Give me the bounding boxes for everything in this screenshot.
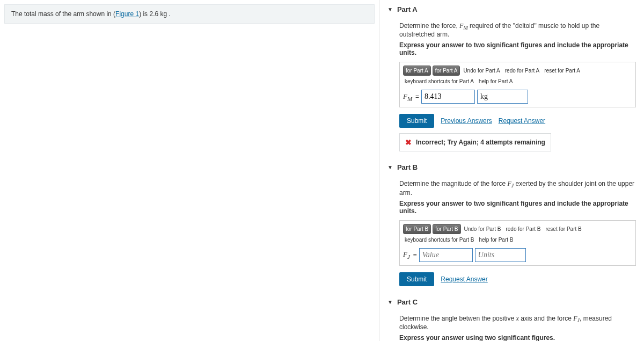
part-a: ▼ Part A Determine the force, FM require… [387,3,636,151]
right-panel: ▼ Part A Determine the force, FM require… [379,0,644,341]
pb-kb[interactable]: keyboard shortcuts for Part B [403,236,476,244]
pa-tool-1[interactable]: for Part A [403,66,431,76]
part-a-body: Determine the force, FM required of the … [387,16,636,151]
caret-down-icon: ▼ [387,164,393,170]
part-a-title: Part A [397,5,418,13]
pb-prompt: Determine the magnitude of the force FJ … [399,180,636,196]
pa-var-sub: M [463,25,467,31]
part-c: ▼ Part C Determine the angle betwen the … [387,296,636,341]
incorrect-x-icon: ✖ [405,138,412,147]
pa-prompt-pre: Determine the force, [399,22,459,30]
part-b: ▼ Part B Determine the magnitude of the … [387,161,636,286]
pb-var-label: FJ [403,250,410,260]
pc-var-f: F [573,315,577,322]
pa-submit-button[interactable]: Submit [399,114,434,128]
part-b-body: Determine the magnitude of the force FJ … [387,173,636,286]
pa-var-letter: F [403,92,407,100]
part-b-title: Part B [397,163,418,171]
pb-var-letter: F [403,250,407,258]
pb-toolbar: for Part B for Part B Undo for Part B re… [403,224,632,244]
pa-var-sub2: M [407,95,412,101]
pb-var-sub2: J [407,253,410,260]
pb-submit-button[interactable]: Submit [399,272,434,286]
pb-value-input[interactable] [419,248,473,262]
pa-undo[interactable]: Undo for Part A [462,67,501,75]
pa-button-row: Submit Previous Answers Request Answer [399,114,636,128]
part-a-prompt: Determine the force, FM required of the … [399,22,636,38]
part-c-title: Part C [397,298,418,306]
pb-tool-2[interactable]: for Part B [433,224,460,234]
left-panel: The total mass of the arm shown in (Figu… [0,0,379,341]
part-c-body: Determine the angle betwen the positive … [387,308,636,341]
pb-instruction: Express your answer to two significant f… [399,200,636,215]
pa-unit-input[interactable] [477,90,528,104]
pa-request-answer[interactable]: Request Answer [499,117,545,125]
part-c-header[interactable]: ▼ Part C [387,296,636,308]
pa-reset[interactable]: reset for Part A [543,67,582,75]
pb-var-f: F [507,180,511,187]
pa-var-label: FM [403,92,412,102]
pb-reset[interactable]: reset for Part B [544,225,583,233]
pa-var: FM [459,22,468,30]
pc-prompt-mid: axis and the force [519,315,573,322]
pa-kb[interactable]: keyboard shortcuts for Part A [403,77,475,85]
pa-feedback-text: Incorrect; Try Again; 4 attempts remaini… [416,139,545,146]
pb-help[interactable]: help for Part B [478,236,515,244]
pb-button-row: Submit Request Answer [399,272,636,286]
pb-equals: = [413,251,417,259]
pa-toolbar: for Part A for Part A Undo for Part A re… [403,66,632,85]
part-a-header[interactable]: ▼ Part A [387,3,636,16]
pc-prompt: Determine the angle betwen the positive … [399,315,636,331]
pa-feedback: ✖ Incorrect; Try Again; 4 attempts remai… [399,133,551,151]
pa-value-input[interactable] [421,90,475,104]
pb-tool-1[interactable]: for Part B [403,224,431,234]
caret-down-icon: ▼ [387,6,393,12]
pb-request-answer[interactable]: Request Answer [441,275,487,283]
problem-prefix: The total mass of the arm shown in ( [11,10,115,18]
pc-prompt-pre: Determine the angle betwen the positive [399,315,516,322]
pb-undo[interactable]: Undo for Part B [463,225,503,233]
pc-instruction: Express your answer using two significan… [399,334,636,341]
caret-down-icon: ▼ [387,299,393,305]
pb-prompt-pre: Determine the magnitude of the force [399,180,507,187]
pb-input-box: for Part B for Part B Undo for Part B re… [399,220,636,266]
pa-instruction: Express your answer to two significant f… [399,41,636,56]
pb-answer-row: FJ = [403,248,632,262]
pa-tool-2[interactable]: for Part A [433,66,460,76]
problem-statement: The total mass of the arm shown in (Figu… [4,4,375,24]
pb-redo[interactable]: redo for Part B [504,225,542,233]
part-b-header[interactable]: ▼ Part B [387,161,636,173]
pa-answer-row: FM = [403,90,632,104]
pa-help[interactable]: help for Part A [477,77,514,85]
pa-previous-answers[interactable]: Previous Answers [441,117,492,125]
problem-suffix: ) is 2.6 kg . [139,10,171,18]
pb-var: FJ [507,180,514,187]
pa-input-box: for Part A for Part A Undo for Part A re… [399,62,636,107]
pb-unit-input[interactable] [475,248,526,262]
figure-link[interactable]: Figure 1 [115,10,139,18]
pa-redo[interactable]: redo for Part A [503,67,541,75]
pc-var: FJ [573,315,580,322]
pa-equals: = [415,93,419,100]
